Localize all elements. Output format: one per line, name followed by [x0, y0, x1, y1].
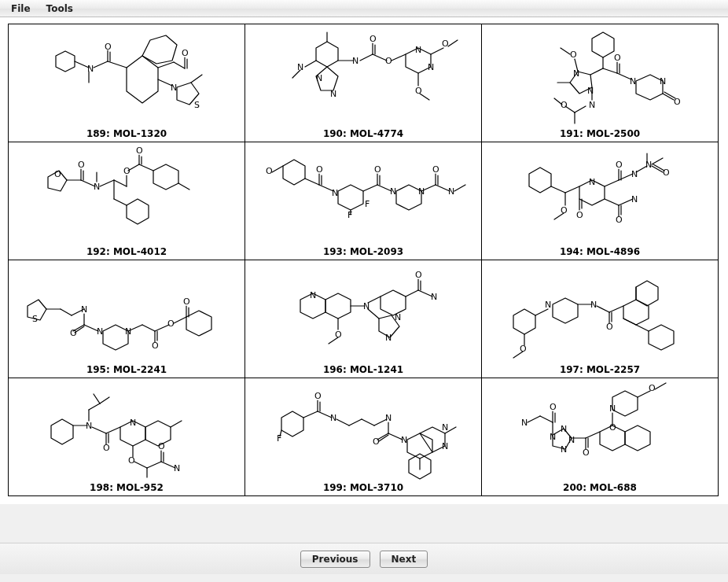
molecule-caption: 194: MOL-4896: [482, 245, 718, 260]
molecule-cell-189[interactable]: N O O N S: [9, 24, 245, 142]
svg-line-92: [139, 164, 153, 171]
svg-text:N: N: [561, 444, 567, 455]
svg-text:N: N: [87, 64, 94, 74]
svg-line-41: [431, 48, 443, 54]
svg-line-251: [303, 411, 318, 418]
svg-text:O: O: [674, 97, 681, 107]
svg-text:O: O: [415, 270, 422, 280]
menu-tools[interactable]: Tools: [39, 2, 81, 16]
molecule-structure-icon: O N O O N O N N O: [482, 142, 718, 245]
svg-text:O: O: [136, 146, 143, 156]
svg-line-177: [174, 317, 186, 323]
molecule-cell-200[interactable]: N O NNNN O O N O: [482, 378, 719, 496]
svg-text:N: N: [332, 188, 338, 198]
svg-text:N: N: [395, 312, 401, 322]
molecule-structure-icon: N O N O O N: [9, 378, 245, 481]
svg-marker-184: [325, 293, 351, 319]
svg-text:N: N: [330, 413, 336, 423]
svg-line-127: [551, 186, 565, 193]
svg-text:N: N: [448, 186, 454, 197]
svg-text:N: N: [428, 62, 434, 72]
svg-line-300: [655, 383, 666, 389]
molecule-cell-192[interactable]: O O N O O: [9, 142, 245, 260]
molecule-structure-icon: N O O N S: [9, 24, 245, 127]
svg-line-8: [108, 61, 127, 68]
svg-text:N: N: [590, 300, 597, 310]
svg-text:O: O: [616, 160, 623, 170]
molecule-caption: 196: MOL-1241: [245, 363, 481, 378]
svg-line-12: [174, 62, 185, 68]
svg-text:O: O: [182, 48, 189, 58]
molecule-cell-198[interactable]: N O N O O N: [9, 378, 245, 496]
svg-line-277: [540, 416, 553, 422]
svg-text:N: N: [587, 86, 594, 96]
svg-line-31: [360, 54, 373, 61]
svg-text:N: N: [631, 169, 638, 179]
svg-line-137: [605, 199, 619, 205]
svg-text:N: N: [568, 435, 575, 445]
svg-line-206: [535, 309, 548, 315]
molecule-structure-icon: S N O N N O O O: [9, 260, 245, 363]
svg-text:N: N: [385, 333, 392, 343]
next-button[interactable]: Next: [380, 551, 428, 568]
molecule-grid-container: N O O N S: [0, 17, 728, 504]
svg-text:N: N: [630, 76, 636, 87]
molecule-cell-195[interactable]: S N O N N O O O 195:: [9, 260, 245, 378]
svg-line-190: [368, 297, 381, 303]
svg-line-111: [363, 185, 377, 191]
svg-marker-0: [56, 51, 75, 72]
svg-text:N: N: [171, 83, 177, 93]
molecule-cell-191[interactable]: NN O N O O N N O 191: [482, 24, 719, 142]
svg-text:N: N: [550, 432, 556, 442]
svg-line-128: [565, 186, 579, 193]
svg-text:N: N: [401, 435, 407, 445]
molecule-cell-193[interactable]: O O N F F O N N O N: [245, 142, 482, 260]
svg-text:O: O: [442, 39, 449, 49]
svg-text:O: O: [570, 50, 577, 60]
svg-line-94: [178, 183, 189, 190]
svg-text:N: N: [97, 326, 103, 337]
svg-marker-181: [186, 311, 211, 336]
svg-text:O: O: [266, 166, 273, 176]
molecule-structure-icon: O O N O O: [9, 142, 245, 245]
svg-line-49: [590, 68, 603, 75]
svg-text:O: O: [105, 42, 112, 52]
molecule-structure-icon: N N N N O O NN O O: [245, 24, 481, 127]
previous-button[interactable]: Previous: [300, 551, 370, 568]
svg-text:O: O: [314, 391, 322, 401]
svg-marker-93: [153, 164, 178, 190]
svg-line-84: [100, 180, 114, 186]
molecule-cell-197[interactable]: O N N O 197: MOL-2257: [482, 260, 719, 378]
svg-line-152: [652, 158, 663, 164]
svg-text:N: N: [442, 422, 448, 433]
molecule-grid: N O O N S: [8, 24, 719, 496]
molecule-caption: 197: MOL-2257: [482, 363, 718, 378]
svg-marker-218: [636, 281, 658, 306]
svg-line-220: [636, 325, 649, 331]
svg-text:N: N: [94, 182, 100, 192]
svg-text:N: N: [660, 76, 666, 87]
svg-line-242: [147, 462, 161, 468]
molecule-cell-190[interactable]: N N N N O O NN O O: [245, 24, 482, 142]
molecule-cell-194[interactable]: O N O O N O N N O 194: MOL-4896: [482, 142, 719, 260]
svg-text:S: S: [194, 100, 200, 110]
molecule-caption: 193: MOL-2093: [245, 245, 481, 260]
molecule-cell-196[interactable]: N O N O N NN 196: MOL-1241: [245, 260, 482, 378]
menu-file[interactable]: File: [3, 2, 39, 16]
svg-line-96: [114, 199, 127, 205]
molecule-caption: 192: MOL-4012: [9, 245, 245, 260]
molecule-cell-199[interactable]: F O N N O N NN: [245, 378, 482, 496]
svg-text:O: O: [373, 436, 380, 447]
svg-text:O: O: [374, 164, 381, 175]
svg-text:O: O: [152, 341, 159, 351]
svg-marker-97: [127, 199, 149, 224]
molecule-structure-icon: NN O N O O N N O: [482, 24, 718, 127]
svg-line-192: [406, 290, 418, 297]
svg-marker-107: [338, 185, 363, 210]
svg-text:N: N: [442, 441, 448, 451]
svg-text:N: N: [310, 290, 316, 300]
molecule-structure-icon: O O N F F O N N O N: [245, 142, 481, 245]
molecule-caption: 189: MOL-1320: [9, 127, 245, 142]
svg-marker-70: [636, 75, 663, 100]
svg-text:O: O: [167, 319, 175, 329]
